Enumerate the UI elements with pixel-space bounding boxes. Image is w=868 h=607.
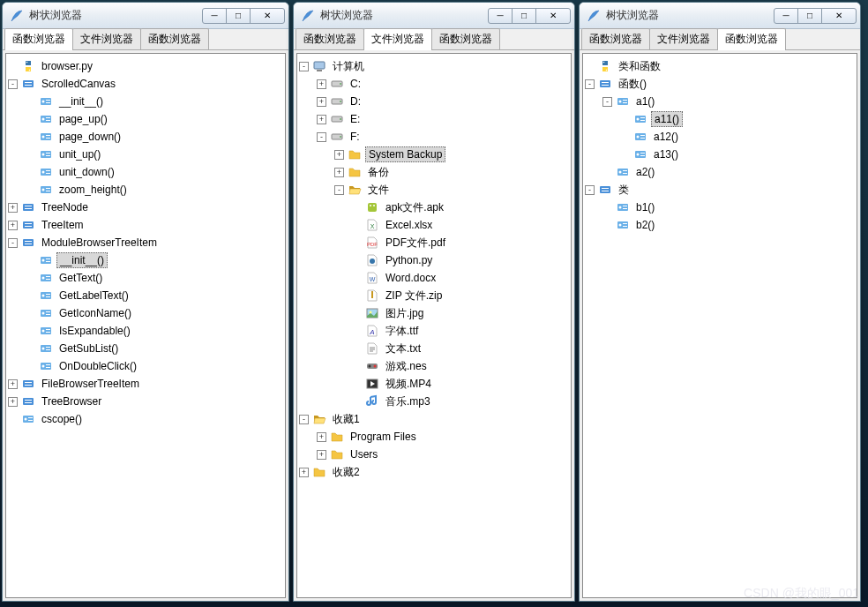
tree-node[interactable]: 音乐.mp3 bbox=[299, 393, 569, 410]
tree-node[interactable]: 图片.jpg bbox=[299, 304, 569, 322]
tree-node-label[interactable]: C: bbox=[348, 77, 363, 91]
tree-node-label[interactable]: browser.py bbox=[39, 59, 95, 73]
collapse-icon[interactable]: - bbox=[299, 415, 309, 424]
tab-2[interactable]: 函数浏览器 bbox=[140, 28, 209, 49]
tree-node[interactable]: browser.py bbox=[8, 57, 283, 75]
collapse-icon[interactable]: - bbox=[8, 238, 18, 248]
tree-node[interactable]: +TreeBrowser bbox=[8, 393, 283, 410]
tree-node[interactable]: ZIP 文件.zip bbox=[299, 287, 569, 304]
tree-node-label[interactable]: b1() bbox=[633, 200, 657, 214]
expand-icon[interactable]: + bbox=[317, 450, 326, 460]
tree-node-label[interactable]: GetText() bbox=[56, 271, 105, 285]
tree-node-label[interactable]: Word.docx bbox=[383, 271, 438, 285]
close-button[interactable]: ✕ bbox=[821, 8, 857, 24]
tree-node[interactable]: 视频.MP4 bbox=[299, 375, 569, 393]
tree-node[interactable]: Python.py bbox=[299, 251, 569, 269]
tree-node[interactable]: GetText() bbox=[8, 269, 283, 287]
tree-node[interactable]: page_up() bbox=[8, 110, 283, 128]
tree-node[interactable]: -F: bbox=[299, 128, 569, 146]
expand-icon[interactable]: + bbox=[334, 168, 344, 177]
collapse-icon[interactable]: - bbox=[299, 62, 309, 71]
tree-node[interactable]: a11() bbox=[585, 110, 855, 128]
tree-node[interactable]: +TreeNode bbox=[8, 199, 283, 216]
tree-node-label[interactable]: 音乐.mp3 bbox=[383, 393, 433, 410]
expand-icon[interactable]: + bbox=[8, 221, 18, 230]
tree-node-label[interactable]: 计算机 bbox=[330, 58, 367, 75]
tree-node-label[interactable]: OnDoubleClick() bbox=[56, 359, 139, 373]
tree-node[interactable]: a2() bbox=[585, 163, 855, 181]
titlebar[interactable]: 树状浏览器 ─ □ ✕ bbox=[580, 3, 860, 29]
tree-node-label[interactable]: zoom_height() bbox=[56, 183, 130, 197]
maximize-button[interactable]: □ bbox=[226, 8, 251, 24]
tab-0[interactable]: 函数浏览器 bbox=[581, 28, 650, 49]
tree-node-label[interactable]: apk文件.apk bbox=[383, 199, 446, 216]
tree-node[interactable]: +TreeItem bbox=[8, 216, 283, 234]
tree-node[interactable]: +D: bbox=[299, 93, 569, 110]
tree-node-label[interactable]: GetIconName() bbox=[56, 306, 134, 320]
tree-node-label[interactable]: Program Files bbox=[348, 430, 419, 444]
expand-icon[interactable]: + bbox=[299, 468, 309, 477]
tree-node-label[interactable]: TreeNode bbox=[39, 200, 91, 214]
tree-node[interactable]: +Users bbox=[299, 446, 569, 463]
tree-node[interactable]: +收藏2 bbox=[299, 463, 569, 481]
tree-node-label[interactable]: a12() bbox=[651, 130, 681, 144]
expand-icon[interactable]: + bbox=[317, 97, 326, 107]
tree-node[interactable]: unit_up() bbox=[8, 146, 283, 163]
tree-node-label[interactable]: Users bbox=[348, 447, 380, 461]
tree-node[interactable]: page_down() bbox=[8, 128, 283, 146]
tab-1[interactable]: 文件浏览器 bbox=[363, 28, 432, 49]
tree-node[interactable]: GetLabelText() bbox=[8, 287, 283, 304]
tree-node-label[interactable]: 游戏.nes bbox=[383, 358, 430, 375]
tree-node-label[interactable]: F: bbox=[348, 130, 363, 144]
tree-node[interactable]: A字体.ttf bbox=[299, 322, 569, 340]
tree-node-label[interactable]: 类和函数 bbox=[616, 58, 663, 75]
tree-node[interactable]: -收藏1 bbox=[299, 410, 569, 428]
tree-node-label[interactable]: 备份 bbox=[365, 164, 392, 181]
tab-2[interactable]: 函数浏览器 bbox=[431, 28, 500, 49]
tree-node-label[interactable]: ZIP 文件.zip bbox=[383, 288, 445, 304]
tree-node[interactable]: -类 bbox=[585, 181, 855, 199]
tree-node-label[interactable]: IsExpandable() bbox=[56, 324, 133, 338]
tab-0[interactable]: 函数浏览器 bbox=[4, 28, 73, 49]
tree-node-label[interactable]: 文件 bbox=[365, 182, 392, 199]
expand-icon[interactable]: + bbox=[8, 379, 18, 389]
minimize-button[interactable]: ─ bbox=[774, 8, 798, 24]
expand-icon[interactable]: + bbox=[8, 203, 18, 213]
collapse-icon[interactable]: - bbox=[602, 97, 612, 107]
expand-icon[interactable]: + bbox=[317, 79, 326, 89]
tree-node[interactable]: __init__() bbox=[8, 251, 283, 269]
tree-node-label[interactable]: unit_down() bbox=[56, 165, 117, 179]
tree-view[interactable]: 类和函数-函数()-a1()a11()a12()a13()a2()-类b1()b… bbox=[582, 53, 857, 598]
close-button[interactable]: ✕ bbox=[250, 8, 285, 24]
tree-view[interactable]: -计算机+C:+D:+E:-F:+System Backup+备份-文件apk文… bbox=[296, 53, 572, 598]
tree-node[interactable]: PDFPDF文件.pdf bbox=[299, 234, 569, 251]
tree-node-label[interactable]: page_up() bbox=[56, 112, 110, 126]
tree-node[interactable]: WWord.docx bbox=[299, 269, 569, 287]
maximize-button[interactable]: □ bbox=[797, 8, 822, 24]
tree-node-label[interactable]: ModuleBrowserTreeItem bbox=[39, 236, 160, 250]
tree-node-label[interactable]: page_down() bbox=[56, 130, 123, 144]
tree-node-label[interactable]: a1() bbox=[633, 94, 657, 109]
tree-node[interactable]: unit_down() bbox=[8, 163, 283, 181]
tree-node-label[interactable]: 收藏1 bbox=[330, 411, 363, 428]
tab-1[interactable]: 文件浏览器 bbox=[72, 28, 141, 49]
tree-node-label[interactable]: cscope() bbox=[39, 412, 85, 426]
tree-node-label[interactable]: Excel.xlsx bbox=[383, 218, 435, 232]
titlebar[interactable]: 树状浏览器 ─ □ ✕ bbox=[3, 3, 288, 29]
tree-node-label[interactable]: TreeItem bbox=[39, 218, 86, 232]
tree-node[interactable]: GetSubList() bbox=[8, 340, 283, 357]
tree-node[interactable]: 类和函数 bbox=[585, 57, 855, 75]
tree-node[interactable]: -计算机 bbox=[299, 57, 569, 75]
tree-node-label[interactable]: a2() bbox=[633, 165, 657, 179]
expand-icon[interactable]: + bbox=[8, 397, 18, 407]
tree-node-label[interactable]: TreeBrowser bbox=[39, 394, 104, 408]
tree-node-label[interactable]: 字体.ttf bbox=[383, 323, 421, 340]
collapse-icon[interactable]: - bbox=[585, 79, 595, 89]
collapse-icon[interactable]: - bbox=[334, 185, 344, 195]
tree-node-label[interactable]: Python.py bbox=[383, 253, 435, 267]
tree-node[interactable]: +FileBrowserTreeItem bbox=[8, 375, 283, 393]
tree-node[interactable]: XExcel.xlsx bbox=[299, 216, 569, 234]
tree-node[interactable]: -文件 bbox=[299, 181, 569, 199]
tab-2[interactable]: 函数浏览器 bbox=[717, 28, 786, 49]
titlebar[interactable]: 树状浏览器 ─ □ ✕ bbox=[294, 3, 574, 29]
